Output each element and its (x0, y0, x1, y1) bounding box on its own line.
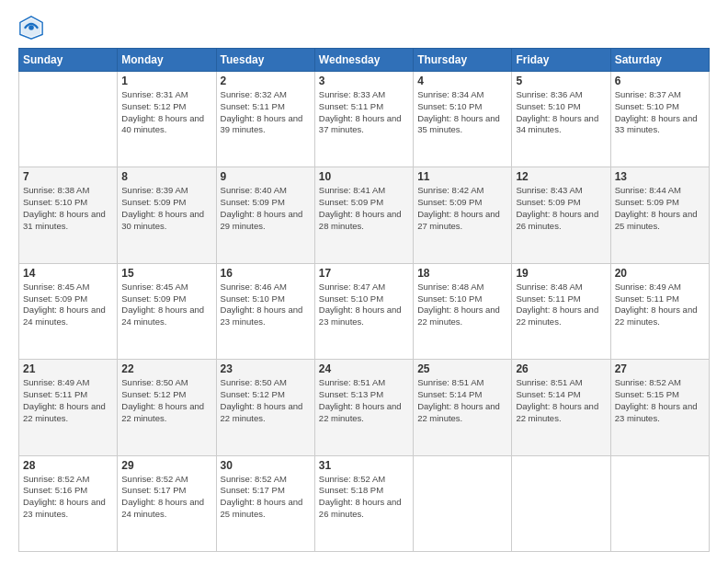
calendar-cell: 31Sunrise: 8:52 AMSunset: 5:18 PMDayligh… (314, 455, 413, 551)
daylight: Daylight: 8 hours and 23 minutes. (615, 401, 698, 423)
day-number: 27 (615, 362, 705, 375)
daylight: Daylight: 8 hours and 33 minutes. (615, 113, 698, 135)
calendar-cell: 10Sunrise: 8:41 AMSunset: 5:09 PMDayligh… (314, 167, 413, 263)
sunrise: Sunrise: 8:46 AM (221, 282, 287, 292)
day-number: 7 (23, 170, 113, 183)
day-number: 6 (615, 75, 705, 87)
logo-icon (18, 15, 44, 40)
day-info: Sunrise: 8:43 AMSunset: 5:09 PMDaylight:… (516, 185, 606, 232)
week-row-1: 1Sunrise: 8:31 AMSunset: 5:12 PMDaylight… (19, 72, 710, 167)
daylight: Daylight: 8 hours and 24 minutes. (121, 304, 204, 327)
week-row-2: 7Sunrise: 8:38 AMSunset: 5:10 PMDaylight… (19, 167, 710, 263)
day-number: 21 (23, 362, 113, 375)
daylight: Daylight: 8 hours and 22 minutes. (417, 304, 500, 327)
sunrise: Sunrise: 8:52 AM (615, 377, 681, 387)
sunrise: Sunrise: 8:45 AM (23, 282, 89, 292)
day-number: 17 (319, 267, 409, 280)
daylight: Daylight: 8 hours and 31 minutes. (23, 209, 106, 231)
col-header-thursday: Thursday (414, 49, 512, 72)
calendar-cell (512, 455, 610, 551)
day-number: 22 (121, 362, 211, 375)
calendar-cell: 17Sunrise: 8:47 AMSunset: 5:10 PMDayligh… (314, 263, 413, 359)
daylight: Daylight: 8 hours and 40 minutes. (121, 113, 204, 135)
day-number: 3 (319, 75, 409, 87)
sunset: Sunset: 5:09 PM (221, 197, 285, 207)
sunrise: Sunrise: 8:52 AM (121, 474, 188, 484)
sunrise: Sunrise: 8:33 AM (319, 89, 385, 99)
sunset: Sunset: 5:15 PM (615, 389, 679, 399)
sunrise: Sunrise: 8:32 AM (221, 89, 287, 99)
sunset: Sunset: 5:18 PM (319, 485, 383, 495)
calendar-cell: 18Sunrise: 8:48 AMSunset: 5:10 PMDayligh… (414, 263, 512, 359)
day-info: Sunrise: 8:47 AMSunset: 5:10 PMDaylight:… (319, 282, 409, 328)
day-number: 5 (516, 75, 606, 87)
daylight: Daylight: 8 hours and 22 minutes. (516, 401, 598, 423)
header (18, 15, 710, 40)
calendar-cell (414, 455, 512, 551)
daylight: Daylight: 8 hours and 30 minutes. (121, 209, 204, 231)
calendar-cell: 24Sunrise: 8:51 AMSunset: 5:13 PMDayligh… (314, 360, 413, 455)
daylight: Daylight: 8 hours and 34 minutes. (516, 113, 598, 135)
day-info: Sunrise: 8:50 AMSunset: 5:12 PMDaylight:… (221, 377, 311, 424)
day-number: 29 (121, 459, 211, 472)
week-row-5: 28Sunrise: 8:52 AMSunset: 5:16 PMDayligh… (19, 455, 710, 551)
calendar-cell: 6Sunrise: 8:37 AMSunset: 5:10 PMDaylight… (610, 72, 709, 167)
day-number: 24 (319, 362, 409, 375)
day-info: Sunrise: 8:50 AMSunset: 5:12 PMDaylight:… (121, 377, 211, 424)
sunrise: Sunrise: 8:50 AM (221, 377, 287, 387)
sunrise: Sunrise: 8:37 AM (615, 89, 681, 99)
daylight: Daylight: 8 hours and 37 minutes. (319, 113, 402, 135)
day-number: 15 (121, 267, 211, 280)
col-header-friday: Friday (512, 49, 610, 72)
sunrise: Sunrise: 8:44 AM (615, 185, 681, 195)
daylight: Daylight: 8 hours and 23 minutes. (319, 304, 402, 327)
week-row-3: 14Sunrise: 8:45 AMSunset: 5:09 PMDayligh… (19, 263, 710, 359)
sunset: Sunset: 5:09 PM (417, 197, 482, 207)
daylight: Daylight: 8 hours and 24 minutes. (121, 497, 204, 519)
calendar-cell: 23Sunrise: 8:50 AMSunset: 5:12 PMDayligh… (216, 360, 314, 455)
day-number: 30 (221, 459, 311, 472)
sunrise: Sunrise: 8:43 AM (516, 185, 582, 195)
daylight: Daylight: 8 hours and 23 minutes. (23, 497, 106, 519)
day-number: 25 (417, 362, 507, 375)
day-info: Sunrise: 8:40 AMSunset: 5:09 PMDaylight:… (221, 185, 311, 232)
day-info: Sunrise: 8:41 AMSunset: 5:09 PMDaylight:… (319, 185, 409, 232)
day-info: Sunrise: 8:48 AMSunset: 5:11 PMDaylight:… (516, 282, 606, 328)
sunset: Sunset: 5:12 PM (121, 101, 186, 111)
day-number: 19 (516, 267, 606, 280)
sunset: Sunset: 5:11 PM (319, 101, 383, 111)
sunset: Sunset: 5:10 PM (319, 293, 383, 304)
day-number: 26 (516, 362, 606, 375)
daylight: Daylight: 8 hours and 22 minutes. (319, 401, 402, 423)
daylight: Daylight: 8 hours and 39 minutes. (221, 113, 303, 135)
sunset: Sunset: 5:09 PM (615, 197, 679, 207)
col-header-tuesday: Tuesday (216, 49, 314, 72)
day-info: Sunrise: 8:51 AMSunset: 5:14 PMDaylight:… (516, 377, 606, 424)
sunset: Sunset: 5:10 PM (221, 293, 285, 304)
sunset: Sunset: 5:09 PM (516, 197, 580, 207)
calendar-cell: 14Sunrise: 8:45 AMSunset: 5:09 PMDayligh… (19, 263, 118, 359)
day-number: 8 (121, 170, 211, 183)
daylight: Daylight: 8 hours and 22 minutes. (417, 401, 500, 423)
calendar-cell: 1Sunrise: 8:31 AMSunset: 5:12 PMDaylight… (118, 72, 216, 167)
sunset: Sunset: 5:12 PM (121, 389, 186, 399)
day-info: Sunrise: 8:52 AMSunset: 5:17 PMDaylight:… (221, 474, 311, 521)
sunrise: Sunrise: 8:49 AM (615, 282, 681, 292)
sunset: Sunset: 5:10 PM (516, 101, 580, 111)
day-info: Sunrise: 8:52 AMSunset: 5:16 PMDaylight:… (23, 474, 113, 521)
day-info: Sunrise: 8:49 AMSunset: 5:11 PMDaylight:… (23, 377, 113, 424)
day-number: 12 (516, 170, 606, 183)
calendar-cell (19, 72, 118, 167)
day-number: 18 (417, 267, 507, 280)
calendar-cell: 22Sunrise: 8:50 AMSunset: 5:12 PMDayligh… (118, 360, 216, 455)
calendar-cell: 9Sunrise: 8:40 AMSunset: 5:09 PMDaylight… (216, 167, 314, 263)
day-number: 20 (615, 267, 705, 280)
calendar-cell: 11Sunrise: 8:42 AMSunset: 5:09 PMDayligh… (414, 167, 512, 263)
sunset: Sunset: 5:16 PM (23, 485, 87, 495)
day-info: Sunrise: 8:45 AMSunset: 5:09 PMDaylight:… (23, 282, 113, 328)
day-number: 9 (221, 170, 311, 183)
calendar-cell: 16Sunrise: 8:46 AMSunset: 5:10 PMDayligh… (216, 263, 314, 359)
calendar-cell: 4Sunrise: 8:34 AMSunset: 5:10 PMDaylight… (414, 72, 512, 167)
sunrise: Sunrise: 8:38 AM (23, 185, 89, 195)
col-header-monday: Monday (118, 49, 216, 72)
